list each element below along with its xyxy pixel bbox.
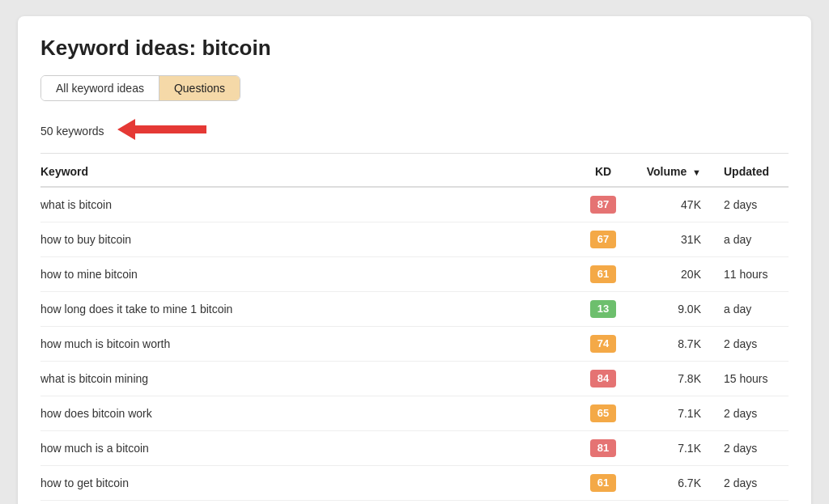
table-row: how long does it take to mine 1 bitcoin1… <box>40 292 789 327</box>
table-row: how to mine bitcoin6120K11 hours <box>40 257 789 292</box>
kd-cell: 74 <box>578 327 635 362</box>
tab-questions[interactable]: Questions <box>159 76 240 100</box>
keyword-cell: how long does it take to mine 1 bitcoin <box>40 292 578 327</box>
updated-cell: 11 hours <box>708 257 789 292</box>
kd-cell: 13 <box>578 292 635 327</box>
kd-badge: 84 <box>590 370 616 388</box>
table-wrapper: Keyword KD Volume ▼ Updated what is bitc… <box>40 157 789 504</box>
kd-cell: 84 <box>578 362 635 396</box>
volume-cell: 47K <box>635 187 708 222</box>
updated-cell: a day <box>708 222 789 257</box>
updated-cell: 2 days <box>708 187 789 222</box>
keyword-cell: how does bitcoin work <box>40 396 578 431</box>
kd-badge: 67 <box>590 231 616 248</box>
table-body: what is bitcoin8747K2 dayshow to buy bit… <box>40 187 789 504</box>
keyword-cell: how much is a bitcoin <box>40 431 578 466</box>
table-row: how much does it cost to mine 1 bitcoin5… <box>40 501 789 505</box>
kd-cell: 52 <box>578 501 635 505</box>
keyword-cell: how to buy bitcoin <box>40 222 578 257</box>
col-header-kd: KD <box>578 157 635 187</box>
col-header-volume[interactable]: Volume ▼ <box>635 157 708 187</box>
volume-cell: 8.7K <box>635 327 708 362</box>
table-row: how much is a bitcoin817.1K2 days <box>40 431 789 466</box>
col-header-keyword: Keyword <box>40 157 578 187</box>
table-row: how to buy bitcoin6731Ka day <box>40 222 789 257</box>
kd-cell: 61 <box>578 466 635 501</box>
kd-cell: 65 <box>578 396 635 431</box>
volume-cell: 7.1K <box>635 396 708 431</box>
updated-cell: a day <box>708 292 789 327</box>
tabs-row: All keyword ideas Questions <box>40 75 240 101</box>
updated-cell: 2 days <box>708 327 789 362</box>
page-title: Keyword ideas: bitcoin <box>40 36 789 61</box>
tab-all-keyword-ideas[interactable]: All keyword ideas <box>41 76 159 100</box>
updated-cell: a day <box>708 501 789 505</box>
table-row: what is bitcoin mining847.8K15 hours <box>40 362 789 396</box>
kd-badge: 61 <box>590 474 616 492</box>
kd-cell: 61 <box>578 257 635 292</box>
volume-cell: 6.6K <box>635 501 708 505</box>
main-container: Keyword ideas: bitcoin All keyword ideas… <box>18 16 811 504</box>
keyword-cell: what is bitcoin mining <box>40 362 578 396</box>
volume-cell: 7.8K <box>635 362 708 396</box>
kd-badge: 81 <box>590 439 616 457</box>
keywords-count-row: 50 keywords <box>40 109 789 154</box>
keyword-cell: how much is bitcoin worth <box>40 327 578 362</box>
updated-cell: 2 days <box>708 396 789 431</box>
volume-cell: 7.1K <box>635 431 708 466</box>
keywords-table: Keyword KD Volume ▼ Updated what is bitc… <box>40 157 789 504</box>
updated-cell: 2 days <box>708 466 789 501</box>
kd-badge: 13 <box>590 300 616 318</box>
keyword-cell: what is bitcoin <box>40 187 578 222</box>
svg-marker-0 <box>117 119 206 140</box>
volume-sort-icon: ▼ <box>692 167 701 177</box>
volume-cell: 31K <box>635 222 708 257</box>
kd-badge: 65 <box>590 404 616 422</box>
kd-cell: 87 <box>578 187 635 222</box>
volume-cell: 6.7K <box>635 466 708 501</box>
table-row: what is bitcoin8747K2 days <box>40 187 789 222</box>
kd-cell: 67 <box>578 222 635 257</box>
col-header-updated: Updated <box>708 157 789 187</box>
keywords-count: 50 keywords <box>40 125 104 138</box>
kd-badge: 61 <box>590 265 616 283</box>
table-row: how to get bitcoin616.7K2 days <box>40 466 789 501</box>
keyword-cell: how to mine bitcoin <box>40 257 578 292</box>
table-row: how much is bitcoin worth748.7K2 days <box>40 327 789 362</box>
red-arrow-indicator <box>117 117 215 145</box>
volume-cell: 20K <box>635 257 708 292</box>
kd-badge: 74 <box>590 335 616 353</box>
keyword-cell: how much does it cost to mine 1 bitcoin <box>40 501 578 505</box>
table-header-row: Keyword KD Volume ▼ Updated <box>40 157 789 187</box>
kd-cell: 81 <box>578 431 635 466</box>
kd-badge: 87 <box>590 196 616 214</box>
keyword-cell: how to get bitcoin <box>40 466 578 501</box>
updated-cell: 15 hours <box>708 362 789 396</box>
volume-cell: 9.0K <box>635 292 708 327</box>
updated-cell: 2 days <box>708 431 789 466</box>
table-row: how does bitcoin work657.1K2 days <box>40 396 789 431</box>
